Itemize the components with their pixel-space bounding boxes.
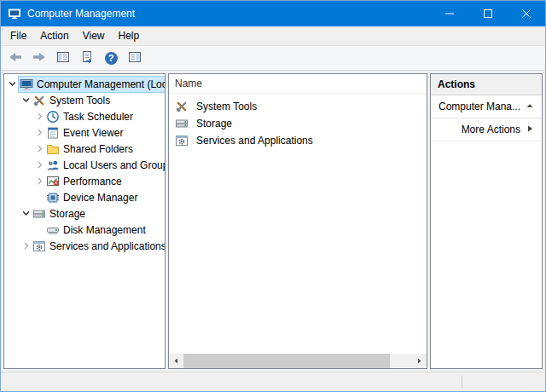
console-tree-pane: Computer Management (Local) System Tools… — [3, 73, 166, 369]
minimize-button[interactable] — [430, 1, 468, 26]
maximize-button[interactable] — [468, 1, 507, 26]
submenu-arrow-icon — [526, 124, 534, 135]
system-tools-icon — [32, 94, 46, 107]
menu-help[interactable]: Help — [112, 27, 147, 44]
storage-icon — [175, 117, 189, 130]
tree-item-label: Device Manager — [63, 192, 137, 204]
chevron-spacer — [34, 224, 45, 235]
titlebar[interactable]: Computer Management — [1, 1, 545, 26]
console-tree-icon — [56, 50, 70, 66]
status-bar-divider — [462, 376, 462, 388]
shared-folders-icon — [46, 142, 60, 156]
chevron-right-icon[interactable] — [34, 176, 45, 187]
scrollbar-thumb[interactable] — [183, 354, 390, 368]
horizontal-scrollbar[interactable] — [169, 354, 427, 368]
collapse-arrow-icon[interactable] — [526, 101, 534, 112]
tree-item-disk-management[interactable]: Disk Management — [4, 222, 165, 238]
tree-item-label: Services and Applications — [49, 240, 166, 252]
actions-section-computer-management[interactable]: Computer Mana... — [431, 95, 542, 118]
help-icon: ? — [105, 52, 118, 65]
tree-item-label: Local Users and Groups — [63, 159, 166, 171]
storage-icon — [32, 207, 46, 221]
details-list: System Tools Storage Services and Applic… — [169, 94, 427, 354]
tree-item-label: Shared Folders — [63, 143, 133, 155]
services-applications-icon — [175, 134, 189, 147]
event-viewer-icon — [46, 126, 60, 140]
tree-item-label: Computer Management (Local) — [37, 78, 166, 90]
tree-item-label: Event Viewer — [63, 127, 123, 139]
chevron-right-icon[interactable] — [34, 143, 45, 154]
chevron-down-icon[interactable] — [7, 78, 18, 89]
list-item-label: Storage — [196, 118, 232, 130]
disk-management-icon — [46, 223, 60, 237]
list-item-label: Services and Applications — [196, 135, 313, 147]
list-item-storage[interactable]: Storage — [169, 115, 427, 132]
services-applications-icon — [32, 239, 46, 253]
more-actions-label: More Actions — [462, 124, 520, 135]
forward-arrow-icon — [32, 50, 46, 66]
status-bar — [1, 372, 545, 391]
tree-item-task-scheduler[interactable]: Task Scheduler — [4, 108, 165, 124]
export-list-icon — [80, 50, 94, 66]
details-pane: Name System Tools Storage Services and A… — [168, 73, 427, 369]
performance-icon — [46, 175, 60, 188]
back-button[interactable] — [4, 48, 26, 68]
menu-file[interactable]: File — [3, 27, 33, 44]
chevron-down-icon[interactable] — [20, 95, 32, 106]
chevron-right-icon[interactable] — [34, 111, 45, 122]
tree-item-event-viewer[interactable]: Event Viewer — [4, 124, 165, 141]
close-button[interactable] — [507, 1, 545, 26]
tree-item-label: Disk Management — [63, 224, 146, 236]
tree-item-performance[interactable]: Performance — [4, 173, 165, 189]
action-pane-icon — [128, 50, 142, 66]
local-users-groups-icon — [46, 159, 60, 172]
show-console-tree-button[interactable] — [52, 48, 74, 68]
selected-highlight: Computer Management (Local) — [19, 77, 166, 92]
toolbar: ? — [1, 46, 545, 71]
actions-pane-title: Actions — [431, 74, 542, 95]
computer-management-icon — [8, 7, 21, 20]
window-title: Computer Management — [27, 8, 430, 20]
main-content: Computer Management (Local) System Tools… — [1, 71, 545, 372]
tree-item-label: Storage — [49, 208, 85, 220]
tree-item-label: Performance — [63, 176, 122, 187]
chevron-right-icon[interactable] — [34, 159, 45, 170]
more-actions-item[interactable]: More Actions — [431, 118, 542, 141]
chevron-down-icon[interactable] — [20, 208, 32, 219]
tree-item-local-users-and-groups[interactable]: Local Users and Groups — [4, 157, 165, 173]
menu-action[interactable]: Action — [33, 27, 75, 44]
export-list-button[interactable] — [76, 48, 98, 68]
device-manager-icon — [46, 191, 60, 205]
forward-button[interactable] — [28, 48, 50, 68]
actions-pane: Actions Computer Mana... More Actions — [430, 73, 543, 369]
menu-bar: File Action View Help — [1, 26, 545, 46]
tree-item-device-manager[interactable]: Device Manager — [4, 189, 165, 205]
scrollbar-track[interactable] — [390, 354, 412, 368]
chevron-spacer — [34, 192, 45, 203]
task-scheduler-icon — [46, 110, 60, 124]
tree-item-label: Task Scheduler — [63, 111, 133, 123]
tree-item-computer-management[interactable]: Computer Management (Local) — [4, 76, 165, 92]
window-controls — [430, 1, 545, 26]
tree-item-storage[interactable]: Storage — [4, 205, 165, 222]
list-item-system-tools[interactable]: System Tools — [169, 98, 427, 115]
tree-item-system-tools[interactable]: System Tools — [4, 92, 165, 108]
system-tools-icon — [175, 100, 189, 113]
scroll-right-button[interactable] — [412, 354, 427, 368]
show-action-pane-button[interactable] — [124, 48, 146, 68]
computer-icon — [20, 78, 33, 91]
back-arrow-icon — [9, 50, 22, 66]
list-item-label: System Tools — [196, 101, 257, 112]
help-button[interactable]: ? — [100, 48, 122, 68]
chevron-right-icon[interactable] — [20, 240, 32, 251]
computer-management-window: Computer Management File Action View Hel… — [0, 0, 546, 392]
tree-item-shared-folders[interactable]: Shared Folders — [4, 141, 165, 157]
actions-section-label: Computer Mana... — [439, 101, 520, 112]
tree-item-label: System Tools — [49, 95, 110, 107]
list-item-services-and-applications[interactable]: Services and Applications — [169, 132, 427, 149]
column-header-name[interactable]: Name — [169, 74, 427, 94]
tree-item-services-and-applications[interactable]: Services and Applications — [4, 238, 165, 254]
chevron-right-icon[interactable] — [34, 127, 45, 138]
menu-view[interactable]: View — [76, 27, 112, 44]
scroll-left-button[interactable] — [169, 354, 183, 368]
